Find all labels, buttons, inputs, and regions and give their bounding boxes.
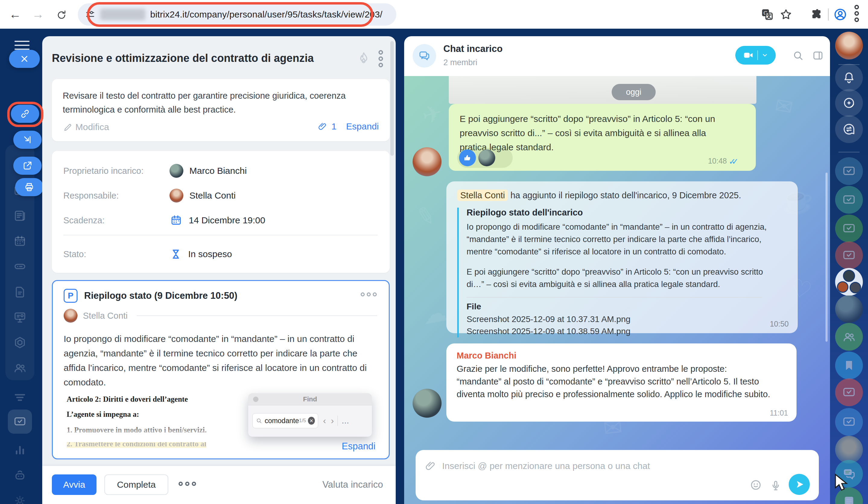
- field-value-owner[interactable]: Marco Bianchi: [169, 164, 247, 178]
- chat-avatar[interactable]: [413, 44, 436, 68]
- summary-espandi-link[interactable]: Espandi: [342, 441, 375, 452]
- field-value-deadline[interactable]: 14 Dicembre 19:00: [169, 214, 265, 227]
- message-incoming[interactable]: Marco Bianchi Grazie per le modifiche, s…: [446, 343, 796, 422]
- find-next-button[interactable]: ›: [331, 415, 334, 426]
- task-chat-blue-icon[interactable]: [835, 157, 863, 185]
- completa-button[interactable]: Completa: [104, 474, 168, 495]
- chat-members[interactable]: 2 membri: [443, 58, 477, 67]
- open-external-button[interactable]: [13, 157, 42, 175]
- user-avatar[interactable]: [835, 32, 863, 59]
- thumbs-up-icon: [459, 149, 476, 166]
- news-feed-icon[interactable]: [13, 209, 27, 223]
- task-chat-teal-icon[interactable]: [835, 186, 863, 214]
- browser-toolbar: ← → bitrix24.it/company/personal/user/95…: [0, 0, 868, 29]
- modifica-button[interactable]: Modifica: [63, 122, 109, 132]
- chat-sidebar-toggle-icon[interactable]: [812, 50, 824, 62]
- drive-icon[interactable]: [13, 259, 27, 274]
- find-prev-button[interactable]: ‹: [323, 415, 326, 426]
- url-bar[interactable]: bitrix24.it/company/personal/user/95/tas…: [78, 3, 396, 26]
- task-scrollbar[interactable]: [390, 41, 394, 156]
- calendar-icon[interactable]: [13, 234, 27, 248]
- print-button[interactable]: [15, 178, 43, 196]
- group-chat-avatar[interactable]: [835, 268, 863, 296]
- reaction-pill[interactable]: [457, 148, 513, 168]
- extensions-icon[interactable]: [810, 8, 824, 21]
- chat-scrollbar[interactable]: [826, 173, 828, 342]
- task-chat-blue2-icon[interactable]: [835, 408, 863, 436]
- clear-search-icon[interactable]: ✕: [308, 417, 315, 425]
- close-button[interactable]: [9, 50, 40, 68]
- chat-search-icon[interactable]: [792, 50, 804, 62]
- find-dialog[interactable]: Find comodante 1/5 ✕ ‹ › …: [248, 393, 372, 437]
- author-name-highlight[interactable]: Stella Conti: [457, 190, 508, 201]
- attach-paperclip-icon[interactable]: [425, 460, 436, 472]
- paperclip-icon[interactable]: [318, 122, 327, 131]
- hexagon-icon[interactable]: [13, 335, 27, 350]
- browser-menu-icon[interactable]: [854, 5, 859, 24]
- task-chat-red2-icon[interactable]: [835, 379, 863, 406]
- file-attachment[interactable]: Screenshot 2025-12-09 at 10.38.59 AM.png: [467, 325, 787, 337]
- avvia-button[interactable]: Avvia: [52, 474, 96, 495]
- message-outgoing[interactable]: E poi aggiungere “scritto” dopo “preavvi…: [449, 104, 756, 171]
- crm-funnel-icon[interactable]: [13, 390, 27, 405]
- message-text: Grazie per le modifiche, sono perfette! …: [457, 362, 770, 401]
- chat-exchange-icon[interactable]: [835, 115, 863, 143]
- previous-message-faded: [449, 76, 756, 104]
- microphone-icon[interactable]: [769, 479, 782, 492]
- robot-icon[interactable]: [13, 468, 27, 483]
- valuta-incarico-link[interactable]: Valuta incarico: [322, 479, 383, 490]
- emoji-icon[interactable]: [750, 478, 762, 491]
- copilot-icon[interactable]: [835, 89, 863, 117]
- window-dot-icon[interactable]: [253, 396, 258, 402]
- saved-bookmark-icon[interactable]: [835, 352, 863, 379]
- notifications-bell-icon[interactable]: [835, 64, 863, 91]
- find-input[interactable]: comodante 1/5 ✕: [252, 413, 318, 428]
- tasks-active-icon[interactable]: [8, 410, 32, 434]
- bookmark-star-icon[interactable]: [779, 8, 793, 21]
- dock-window-button[interactable]: [13, 131, 42, 149]
- summary-menu-icon[interactable]: [361, 292, 377, 296]
- copy-link-button[interactable]: [11, 105, 39, 123]
- document-icon[interactable]: [13, 285, 27, 299]
- user-avatar-marco[interactable]: [835, 295, 863, 323]
- task-menu-icon[interactable]: [378, 50, 384, 67]
- task-chat-red-icon[interactable]: [835, 241, 863, 269]
- profile-icon[interactable]: [833, 7, 847, 22]
- video-call-button[interactable]: [735, 46, 776, 64]
- attachment-count: 1: [331, 121, 337, 132]
- sender-avatar-marco[interactable]: [413, 389, 442, 418]
- find-more-button[interactable]: …: [341, 416, 350, 425]
- search-icon: [256, 417, 262, 424]
- gear-icon[interactable]: [13, 493, 27, 504]
- sender-avatar-stella[interactable]: [413, 147, 442, 176]
- send-button[interactable]: [789, 474, 810, 495]
- file-attachment[interactable]: Screenshot 2025-12-09 at 10.37.31 AM.png: [467, 313, 787, 325]
- chat-input[interactable]: Inserisci @ per menzionare una persona o…: [416, 450, 819, 500]
- reload-icon[interactable]: [52, 8, 71, 21]
- hourglass-icon: [169, 248, 182, 261]
- group-green-icon[interactable]: [835, 323, 863, 351]
- divider: [838, 152, 859, 152]
- sender-name[interactable]: Marco Bianchi: [457, 351, 786, 361]
- tune-icon[interactable]: [84, 9, 96, 20]
- bar-chart-icon[interactable]: [13, 443, 27, 457]
- back-icon[interactable]: ←: [6, 8, 25, 21]
- menu-hamburger-icon[interactable]: [14, 41, 30, 51]
- field-value-responsible[interactable]: Stella Conti: [169, 189, 236, 202]
- message-system-summary[interactable]: Stella Conti ha aggiunto il riepilogo st…: [446, 181, 798, 333]
- chat-messages-area[interactable]: ✈ ✉ ☕ ✎ ♡ ☁ ✂ ♪ ✉ ⚙ oggi E poi aggiunger…: [404, 76, 830, 504]
- field-value-status[interactable]: In sospeso: [169, 248, 232, 261]
- summary-body: Io propongo di modificare “comodante” in…: [64, 332, 379, 390]
- user-avatar-woman[interactable]: [835, 436, 863, 464]
- flame-icon[interactable]: [356, 51, 371, 65]
- translate-icon[interactable]: [760, 8, 774, 21]
- presentation-board-icon[interactable]: [13, 310, 27, 324]
- description-espandi-link[interactable]: Espandi: [346, 121, 379, 132]
- find-title: Find: [303, 395, 317, 403]
- forward-icon[interactable]: →: [28, 8, 48, 21]
- people-icon[interactable]: [13, 361, 27, 375]
- more-actions-icon[interactable]: [178, 482, 196, 486]
- left-sidebar: [0, 29, 40, 504]
- task-chat-green-icon[interactable]: [835, 214, 863, 242]
- fields-card: Proprietario incarico: Marco Bianchi Res…: [52, 151, 390, 273]
